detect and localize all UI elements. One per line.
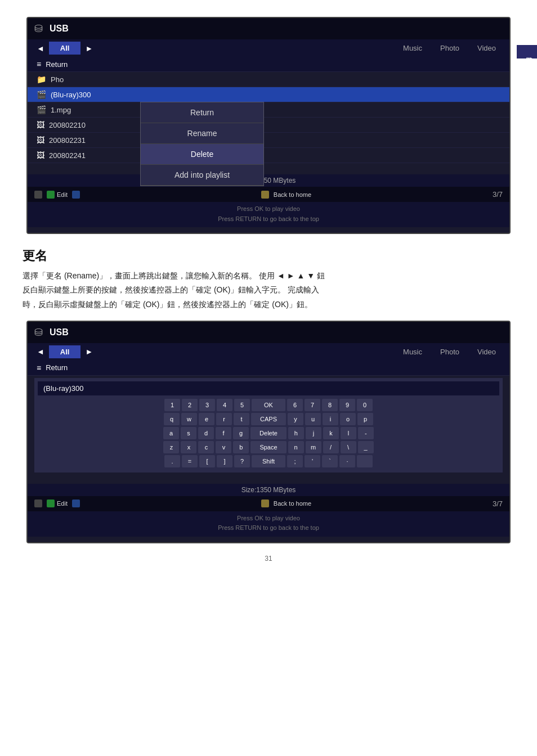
ctrl2-edit[interactable]: Edit [47, 500, 68, 507]
key-n[interactable]: n [288, 441, 304, 453]
key-3[interactable]: 3 [199, 399, 215, 411]
key-y[interactable]: y [288, 413, 303, 425]
file-200802241[interactable]: 🖼 200802241 [28, 148, 509, 163]
key-6[interactable]: 6 [287, 399, 303, 411]
file-200802231[interactable]: 🖼 200802231 [28, 133, 509, 148]
ctx-return[interactable]: Return [141, 102, 263, 123]
tab2-music[interactable]: Music [394, 345, 431, 358]
key-j[interactable]: j [306, 427, 321, 439]
ctrl2-back-home[interactable]: Back to home [274, 500, 311, 507]
key-slash[interactable]: / [323, 441, 339, 453]
key-v[interactable]: v [216, 441, 231, 453]
image-icon-1: 🖼 [37, 120, 44, 129]
key-s[interactable]: s [181, 427, 196, 439]
nav-left-arrow[interactable]: ◄ [32, 43, 49, 54]
ctx-rename[interactable]: Rename [141, 123, 263, 144]
key-u[interactable]: u [305, 413, 321, 425]
keyboard-row-4: z x c v b Space n m / \ _ [38, 441, 499, 453]
key-d[interactable]: d [198, 427, 214, 439]
keyboard-row-1: 1 2 3 4 5 OK 6 7 8 9 0 [38, 399, 499, 411]
context-menu: Return Rename Delete Add into playlist [140, 102, 264, 186]
key-a[interactable]: a [163, 427, 179, 439]
screen2-controlbar: Edit Back to home 3/7 [28, 496, 509, 511]
key-g[interactable]: g [233, 427, 249, 439]
key-h[interactable]: h [288, 427, 304, 439]
key-delete[interactable]: Delete [250, 427, 287, 439]
key-ok[interactable]: OK [252, 399, 285, 411]
key-backslash[interactable]: \ [341, 441, 356, 453]
screen1-topbar: ⛁ USB [28, 18, 509, 39]
key-5[interactable]: 5 [234, 399, 250, 411]
nav-right-arrow[interactable]: ► [80, 43, 97, 54]
key-i[interactable]: i [323, 413, 338, 425]
ctrl2-dot-yellow [261, 500, 269, 507]
key-o[interactable]: o [340, 413, 356, 425]
key-1[interactable]: 1 [164, 399, 180, 411]
ctrl-edit[interactable]: Edit [47, 191, 68, 199]
key-quote[interactable]: ' [305, 455, 320, 467]
screen1: ⛁ USB ◄ All ► Music Photo Video ≡ Return… [26, 17, 511, 234]
return2-icon: ≡ [37, 363, 41, 372]
key-8[interactable]: 8 [322, 399, 338, 411]
key-m[interactable]: m [306, 441, 321, 453]
key-2[interactable]: 2 [182, 399, 198, 411]
key-t[interactable]: t [234, 413, 249, 425]
video-icon-1mpg: 🎬 [37, 105, 46, 114]
key-e[interactable]: e [199, 413, 214, 425]
tab2-photo[interactable]: Photo [431, 345, 468, 358]
key-backtick[interactable]: ` [322, 455, 338, 467]
ctrl-back-home[interactable]: Back to home [274, 191, 311, 198]
ctx-add-playlist[interactable]: Add into playlist [141, 165, 263, 186]
screen1-status: Size:1350 MBytes [28, 174, 509, 187]
key-z[interactable]: z [163, 441, 179, 453]
key-w[interactable]: w [181, 413, 197, 425]
key-b[interactable]: b [233, 441, 249, 453]
tab-video[interactable]: Video [468, 42, 505, 55]
nav2-right-arrow[interactable]: ► [80, 346, 97, 357]
key-question[interactable]: ? [234, 455, 250, 467]
ctrl2-dot-black [34, 500, 42, 507]
key-middledot[interactable]: · [339, 455, 355, 467]
keyboard-area: (Blu-ray)300 1 2 3 4 5 OK 6 7 8 9 0 q w … [34, 378, 503, 472]
key-semicolon[interactable]: ; [287, 455, 303, 467]
key-p[interactable]: p [357, 413, 373, 425]
tab2-video[interactable]: Video [468, 345, 505, 358]
key-9[interactable]: 9 [339, 399, 355, 411]
key-equals[interactable]: = [182, 455, 198, 467]
tab2-all[interactable]: All [49, 345, 81, 358]
key-minus[interactable]: - [358, 427, 374, 439]
key-x[interactable]: x [181, 441, 196, 453]
screen1-nav: ◄ All ► Music Photo Video [28, 39, 509, 57]
nav2-left-arrow[interactable]: ◄ [32, 346, 49, 357]
key-r[interactable]: r [216, 413, 232, 425]
key-7[interactable]: 7 [305, 399, 320, 411]
tab-all[interactable]: All [49, 42, 81, 55]
key-shift[interactable]: Shift [252, 455, 285, 467]
file-list: ≡ Return 📁 Pho 🎬 (Blu-ray)300 🎬 1.mpg 🖼 [28, 57, 509, 163]
key-l[interactable]: l [341, 427, 356, 439]
key-dot[interactable]: . [164, 455, 180, 467]
key-caps[interactable]: CAPS [251, 413, 286, 425]
ctx-delete[interactable]: Delete [141, 144, 263, 165]
key-rbracket[interactable]: ] [217, 455, 232, 467]
key-q[interactable]: q [164, 413, 180, 425]
file-bluray300[interactable]: 🎬 (Blu-ray)300 [28, 87, 509, 102]
key-k[interactable]: k [323, 427, 339, 439]
tab-music[interactable]: Music [394, 42, 431, 55]
key-space[interactable]: Space [250, 441, 286, 453]
file-return[interactable]: ≡ Return [28, 57, 509, 72]
key-underscore[interactable]: _ [358, 441, 374, 453]
screen1-controlbar: Edit Back to home 3/7 [28, 187, 509, 202]
key-4[interactable]: 4 [217, 399, 232, 411]
tab-photo[interactable]: Photo [431, 42, 468, 55]
key-lbracket[interactable]: [ [199, 455, 215, 467]
key-0[interactable]: 0 [357, 399, 373, 411]
key-c[interactable]: c [198, 441, 214, 453]
key-f[interactable]: f [216, 427, 231, 439]
screen2-page: 3/7 [493, 500, 503, 508]
file-pho[interactable]: 📁 Pho [28, 72, 509, 87]
file-1mpg[interactable]: 🎬 1.mpg [28, 102, 509, 118]
file-200802210[interactable]: 🖼 200802210 [28, 118, 509, 133]
ctrl2-dot-green [47, 500, 55, 507]
file2-return[interactable]: ≡ Return [28, 361, 509, 376]
